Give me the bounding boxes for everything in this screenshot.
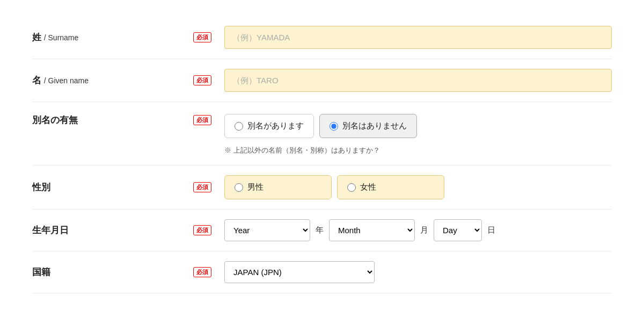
surname-label: 姓 / Surname: [32, 31, 182, 44]
given-name-input[interactable]: [224, 69, 612, 92]
gender-row: 性別 必須 男性 女性: [32, 166, 612, 210]
birthdate-required-badge: 必須: [193, 225, 211, 235]
alias-none-radio[interactable]: [330, 122, 338, 131]
gender-label: 性別: [32, 181, 182, 193]
birthdate-label: 生年月日: [32, 224, 182, 236]
month-unit: 月: [420, 225, 428, 235]
alias-hint: ※ 上記以外の名前（別名・別称）はありますか？: [224, 146, 612, 155]
given-name-label: 名 / Given name: [32, 74, 182, 87]
gender-controls: 男性 女性: [224, 175, 612, 199]
alias-controls: 別名があります 別名はありません ※ 上記以外の名前（別名・別称）はありますか？: [224, 114, 612, 155]
gender-required-badge: 必須: [193, 182, 211, 192]
alias-has-radio[interactable]: [235, 122, 243, 131]
alias-required-badge: 必須: [193, 115, 211, 125]
surname-required-badge: 必須: [193, 32, 211, 42]
nationality-select[interactable]: JAPAN (JPN): [224, 261, 375, 283]
alias-row: 別名の有無 必須 別名があります 別名はありません ※ 上記以外の名前（別名・別…: [32, 102, 612, 166]
gender-female-radio[interactable]: [347, 183, 356, 192]
alias-radio-group: 別名があります 別名はありません: [224, 114, 417, 138]
alias-has-option[interactable]: 別名があります: [224, 114, 314, 138]
gender-male-option[interactable]: 男性: [224, 175, 332, 199]
alias-none-option[interactable]: 別名はありません: [319, 114, 417, 138]
nationality-row: 国籍 必須 JAPAN (JPN): [32, 251, 612, 293]
given-name-required-badge: 必須: [193, 75, 211, 85]
gender-male-radio[interactable]: [235, 183, 243, 192]
surname-input[interactable]: [224, 26, 612, 49]
given-name-controls: [224, 69, 612, 92]
surname-row: 姓 / Surname 必須: [32, 16, 612, 59]
birthdate-row: 生年月日 必須 Year 年 Month 月 Day 日: [32, 210, 612, 251]
birthdate-year-select[interactable]: Year: [224, 219, 310, 241]
given-name-row: 名 / Given name 必須: [32, 59, 612, 102]
birthdate-month-select[interactable]: Month: [329, 219, 415, 241]
alias-label: 別名の有無: [32, 114, 182, 126]
birthdate-controls: Year 年 Month 月 Day 日: [224, 219, 612, 241]
nationality-required-badge: 必須: [193, 267, 211, 277]
gender-female-option[interactable]: 女性: [337, 175, 444, 199]
surname-controls: [224, 26, 612, 49]
day-unit: 日: [487, 225, 495, 235]
year-unit: 年: [316, 225, 324, 235]
birthdate-day-select[interactable]: Day: [434, 219, 482, 241]
nationality-controls: JAPAN (JPN): [224, 261, 612, 283]
nationality-label: 国籍: [32, 266, 182, 278]
